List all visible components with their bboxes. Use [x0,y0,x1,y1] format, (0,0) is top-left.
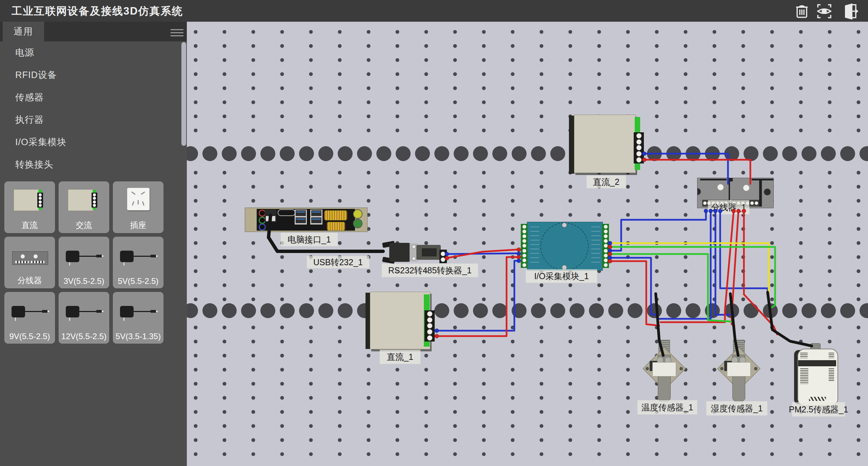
peg-hole [280,115,284,118]
peg-hole [626,213,630,217]
peg-hole-large [512,146,527,161]
peg-hole [770,44,774,48]
peg-hole [252,452,255,456]
peg-hole [770,438,774,442]
sidebar-item-3[interactable]: 执行器 [0,109,187,131]
peg-hole [309,100,313,104]
sidebar-item-4[interactable]: I/O采集模块 [0,131,187,153]
trash-icon[interactable] [793,2,811,20]
peg-hole [309,368,313,372]
peg-hole [511,30,515,34]
peg-hole [425,30,428,34]
peg-hole [453,382,457,386]
peg-hole [540,58,544,62]
peg-hole [511,424,515,428]
peg-hole [655,326,659,329]
tile-3V(5.5-2.5)[interactable]: 3V(5.5-2.5) [59,237,109,288]
peg-hole [770,30,774,34]
peg-hole [857,199,861,203]
tile-12V(5.5-2.5)[interactable]: 12V(5.5-2.5) [59,292,109,344]
peg-hole [425,44,428,48]
peg-hole [770,368,774,372]
peg-hole [194,368,198,372]
peg-hole [511,354,515,357]
peg-hole [511,340,515,344]
peg-hole [280,410,284,414]
peg-hole [742,297,745,301]
dc-module-terminal-block [425,310,435,342]
peg-hole [482,452,486,456]
peg-hole [252,72,255,76]
peg-hole [425,72,428,76]
device-dc-power-2[interactable] [569,115,644,175]
peg-hole [367,241,371,245]
device-pm25-sensor[interactable] [793,343,840,406]
tile-交流[interactable]: 交流 [59,181,109,233]
peg-hole [338,129,342,132]
peg-hole [828,171,832,175]
tab-general[interactable]: 通用 [3,22,44,41]
peg-hole [597,58,601,62]
device-rs232-485-converter[interactable] [382,241,448,263]
tile-5V(5.5-2.5)[interactable]: 5V(5.5-2.5) [113,237,163,288]
peg-hole [511,284,515,287]
peg-hole-large [318,303,333,318]
device-temp-sensor[interactable] [641,339,687,404]
peg-hole [626,255,630,259]
peg-hole [770,86,774,90]
sidebar-item-1[interactable]: RFID设备 [0,64,187,86]
peg-hole [367,30,371,34]
peg-hole [540,115,544,118]
peg-hole [367,86,371,90]
peg-hole [280,255,284,259]
peg-hole-large [724,146,739,161]
peg-hole-large [318,146,333,161]
device-io-module[interactable] [521,222,610,270]
peg-hole [742,424,745,428]
sidebar-item-2[interactable]: 传感器 [0,86,187,109]
tile-5V(3.5-1.35)[interactable]: 5V(3.5-1.35) [113,292,163,344]
peg-hole [626,410,630,414]
exit-icon[interactable] [840,2,859,20]
peg-hole [828,185,832,189]
menu-icon[interactable] [171,29,183,37]
sidebar-item-0[interactable]: 电源 [0,41,187,64]
peg-hole [280,424,284,428]
peg-hole [194,72,198,76]
menu-scrollbar[interactable] [181,42,186,146]
peg-hole [655,72,659,76]
tile-插座[interactable]: 插座 [113,181,163,233]
peg-hole [453,340,457,344]
peg-hole [597,424,601,428]
peg-hole [338,171,342,175]
tile-直流[interactable]: 直流 [4,181,55,233]
view-focus-icon[interactable] [815,2,833,20]
device-dc-power-1[interactable] [366,292,437,350]
peg-hole [597,100,601,104]
peg-hole [828,241,832,245]
peg-hole [280,326,284,329]
peg-hole [194,269,198,273]
peg-hole-large [666,303,681,318]
peg-hole [252,115,255,118]
peg-hole [280,284,284,287]
peg-hole-large [628,303,643,318]
peg-hole [742,100,745,104]
peg-hole [309,297,313,301]
tile-9V(5.5-2.5)[interactable]: 9V(5.5-2.5) [4,292,55,344]
peg-hole [799,326,803,329]
peg-hole [280,452,284,456]
peg-hole [713,227,716,231]
peg-hole [280,382,284,386]
peg-hole [280,185,284,189]
device-pc-interface[interactable] [245,208,368,232]
peg-hole-large [666,146,681,161]
sidebar-item-5[interactable]: 转换接头 [0,153,187,176]
peg-hole [425,410,428,414]
peg-hole [425,58,428,62]
peg-hole-large [763,303,778,318]
tile-分线器[interactable]: 分线器 [4,237,55,288]
peg-hole [684,58,688,62]
device-humidity-sensor[interactable] [715,339,762,404]
peg-hole [857,213,861,217]
